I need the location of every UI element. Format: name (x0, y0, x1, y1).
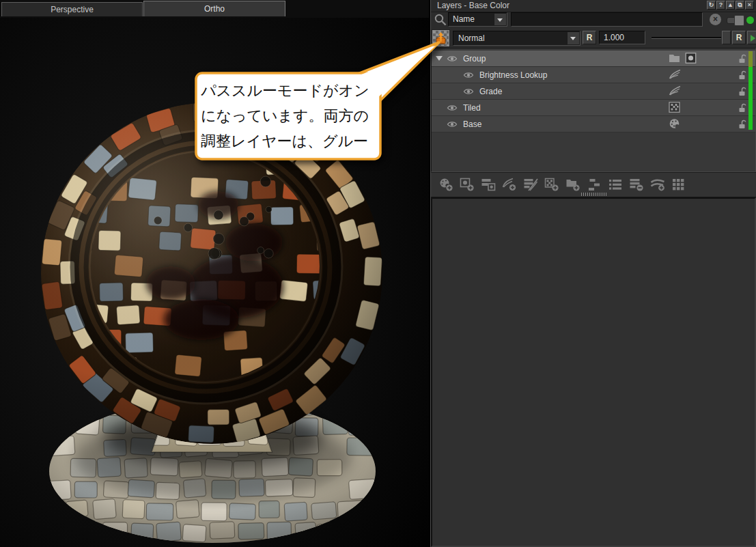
paint-palette-icon (669, 118, 680, 129)
add-adjustment-stack-button[interactable] (521, 176, 540, 195)
mask-thumbnail-icon[interactable] (685, 53, 697, 64)
filter-toggle[interactable] (727, 17, 744, 24)
layer-toolbar (431, 172, 756, 197)
visibility-eye-icon[interactable] (462, 87, 475, 96)
blend-mode-row: Normal R 1.000 R (431, 29, 756, 48)
layer-grid-view-button[interactable] (669, 176, 688, 195)
clear-search-button[interactable]: × (710, 14, 721, 25)
layer-row-tiled[interactable]: Tiled (432, 100, 755, 116)
add-mask-layer-icon (460, 178, 475, 192)
unlock-icon[interactable] (738, 119, 747, 129)
folder-icon (669, 53, 680, 64)
add-paint-layer-icon (438, 178, 453, 192)
adjustment-curve-icon (669, 69, 681, 80)
help-icon[interactable]: ? (716, 1, 725, 10)
slider-handle[interactable] (722, 31, 731, 44)
layer-name: Grade (479, 87, 502, 96)
panel-resize-gripper[interactable] (581, 193, 607, 196)
empty-panel-area (431, 197, 756, 547)
layer-name: Base (463, 120, 481, 129)
merge-layers-icon (587, 178, 602, 192)
chevron-down-icon (567, 32, 579, 44)
merge-layers-button[interactable] (585, 176, 603, 195)
unlock-icon[interactable] (738, 70, 747, 80)
add-procedural-layer-icon (544, 178, 559, 192)
refresh-icon[interactable]: ↻ (707, 1, 716, 10)
layer-name: Brightness Lookup (479, 70, 547, 80)
tooltip-text: パススルーモードがオン になっています。両方の 調整レイヤーは、グルー (201, 78, 376, 154)
collapse-icon[interactable]: ▲ (726, 1, 735, 10)
filter-toggle-knob[interactable] (734, 15, 744, 26)
restore-icon[interactable]: ⧉ (736, 1, 744, 10)
blend-mode-select[interactable]: Normal (453, 31, 580, 46)
blend-amount-slider[interactable] (650, 31, 731, 44)
reset-blend-button[interactable]: R (583, 31, 596, 44)
add-adjustment-layer-icon (502, 178, 517, 192)
add-paint-layer-button[interactable] (436, 176, 455, 195)
play-button[interactable] (747, 31, 756, 44)
search-icon (434, 13, 447, 27)
viewport-tabbar: Perspective Ortho (0, 0, 429, 18)
share-layer-button[interactable] (648, 176, 667, 195)
layer-row-base[interactable]: Base (432, 116, 755, 132)
layer-row-group[interactable]: Group (432, 51, 755, 67)
add-adjustment-stack-icon (523, 178, 538, 192)
reset-slider-button[interactable]: R (732, 31, 746, 44)
share-layer-icon (650, 178, 665, 192)
unlock-icon[interactable] (738, 102, 747, 113)
slider-track (652, 37, 721, 39)
remove-layer-icon (629, 178, 644, 192)
panel-title: Layers - Base Color (437, 1, 509, 10)
filter-field-select[interactable]: Name (448, 12, 507, 27)
procedural-tiled-icon (669, 102, 680, 113)
layer-name: Group (463, 54, 486, 64)
application-window: Perspective Ortho Layers - Base Color ↻ … (0, 0, 756, 547)
status-indicator (746, 16, 754, 24)
blend-amount-field[interactable]: 1.000 (599, 31, 645, 44)
layer-name: Tiled (463, 103, 481, 113)
add-adjustment-layer-button[interactable] (500, 176, 518, 195)
cache-status-bar (748, 51, 753, 130)
add-group-icon (565, 178, 580, 192)
unlock-icon[interactable] (738, 86, 747, 96)
unlock-icon[interactable] (738, 53, 747, 64)
add-mask-layer-button[interactable] (458, 176, 476, 195)
layer-list-view-icon (608, 178, 623, 192)
tab-ortho[interactable]: Ortho (143, 1, 285, 16)
layer-row-brightness-lookup[interactable]: Brightness Lookup (432, 67, 755, 83)
layer-list-view-button[interactable] (606, 176, 624, 195)
chevron-down-icon (494, 14, 506, 25)
add-layer-with-mask-button[interactable] (479, 176, 497, 195)
close-icon[interactable]: × (745, 1, 754, 10)
add-group-button[interactable] (563, 176, 582, 195)
adjustment-curve-icon (669, 85, 681, 96)
blend-mode-value: Normal (458, 33, 485, 43)
tab-perspective[interactable]: Perspective (1, 2, 143, 16)
window-controls: ↻ ? ▲ ⧉ × (707, 1, 754, 10)
layer-row-grade[interactable]: Grade (432, 83, 755, 100)
layer-list: Group Brightness Lookup (431, 48, 756, 172)
layer-grid-view-icon (671, 178, 686, 192)
filter-field-value: Name (453, 14, 475, 24)
remove-layer-button[interactable] (627, 176, 645, 195)
panel-header: Layers - Base Color ↻ ? ▲ ⧉ × (431, 0, 756, 12)
layers-panel: Layers - Base Color ↻ ? ▲ ⧉ × Name × (430, 0, 756, 547)
add-procedural-layer-button[interactable] (542, 176, 561, 195)
visibility-eye-icon[interactable] (462, 71, 475, 79)
layer-search-input[interactable] (511, 12, 703, 27)
layer-filter-row: Name × (431, 12, 756, 29)
add-layer-with-mask-icon (481, 178, 496, 192)
